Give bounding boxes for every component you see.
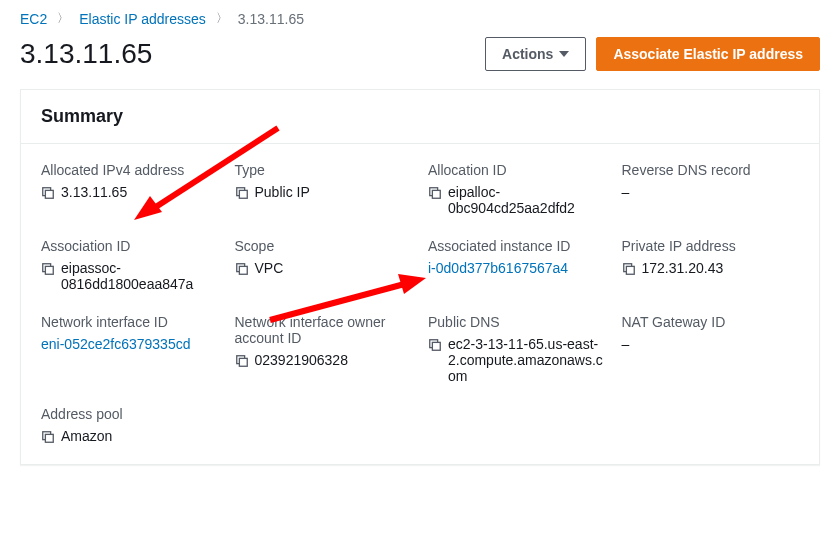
copy-icon[interactable] xyxy=(41,262,55,276)
field-value: 023921906328 xyxy=(255,352,348,368)
summary-heading: Summary xyxy=(21,90,819,135)
copy-icon[interactable] xyxy=(622,262,636,276)
copy-icon[interactable] xyxy=(235,186,249,200)
copy-icon[interactable] xyxy=(235,262,249,276)
field-label: Allocated IPv4 address xyxy=(41,162,219,178)
field-label: Private IP address xyxy=(622,238,800,254)
actions-button[interactable]: Actions xyxy=(485,37,586,71)
breadcrumb-current: 3.13.11.65 xyxy=(238,11,304,27)
copy-icon[interactable] xyxy=(235,354,249,368)
field-label: NAT Gateway ID xyxy=(622,314,800,330)
field-eni: Network interface ID eni-052ce2fc6379335… xyxy=(41,314,219,384)
page-title: 3.13.11.65 xyxy=(20,38,152,70)
svg-rect-3 xyxy=(239,190,247,198)
svg-rect-17 xyxy=(45,434,53,442)
field-association-id: Association ID eipassoc-0816dd1800eaa847… xyxy=(41,238,219,292)
copy-icon[interactable] xyxy=(428,338,442,352)
field-label: Associated instance ID xyxy=(428,238,606,254)
field-label: Allocation ID xyxy=(428,162,606,178)
field-value: – xyxy=(622,336,630,352)
field-value: Public IP xyxy=(255,184,310,200)
svg-rect-13 xyxy=(239,358,247,366)
field-private-ip: Private IP address 172.31.20.43 xyxy=(622,238,800,292)
svg-rect-15 xyxy=(432,342,440,350)
field-label: Public DNS xyxy=(428,314,606,330)
svg-rect-5 xyxy=(432,190,440,198)
field-value: Amazon xyxy=(61,428,112,444)
svg-rect-9 xyxy=(239,266,247,274)
field-value: 172.31.20.43 xyxy=(642,260,724,276)
field-label: Reverse DNS record xyxy=(622,162,800,178)
field-value: eipassoc-0816dd1800eaa847a xyxy=(61,260,219,292)
copy-icon[interactable] xyxy=(41,186,55,200)
field-address-pool: Address pool Amazon xyxy=(41,406,219,444)
field-value: – xyxy=(622,184,630,200)
copy-icon[interactable] xyxy=(41,430,55,444)
field-type: Type Public IP xyxy=(235,162,413,216)
breadcrumb: EC2 〉 Elastic IP addresses 〉 3.13.11.65 xyxy=(0,0,840,33)
svg-rect-1 xyxy=(45,190,53,198)
field-label: Network interface owner account ID xyxy=(235,314,413,346)
field-allocation-id: Allocation ID eipalloc-0bc904cd25aa2dfd2 xyxy=(428,162,606,216)
summary-panel: Summary Allocated IPv4 address 3.13.11.6… xyxy=(20,89,820,465)
svg-rect-11 xyxy=(626,266,634,274)
field-label: Association ID xyxy=(41,238,219,254)
breadcrumb-section[interactable]: Elastic IP addresses xyxy=(79,11,206,27)
svg-rect-7 xyxy=(45,266,53,274)
field-label: Address pool xyxy=(41,406,219,422)
breadcrumb-root[interactable]: EC2 xyxy=(20,11,47,27)
field-value: 3.13.11.65 xyxy=(61,184,127,200)
associate-button[interactable]: Associate Elastic IP address xyxy=(596,37,820,71)
field-scope: Scope VPC xyxy=(235,238,413,292)
field-associated-instance-id: Associated instance ID i-0d0d377b6167567… xyxy=(428,238,606,292)
copy-icon[interactable] xyxy=(428,186,442,200)
field-label: Type xyxy=(235,162,413,178)
summary-grid: Allocated IPv4 address 3.13.11.65 Type P… xyxy=(21,144,819,464)
field-nat-gateway: NAT Gateway ID – xyxy=(622,314,800,384)
actions-button-label: Actions xyxy=(502,46,553,62)
field-reverse-dns: Reverse DNS record – xyxy=(622,162,800,216)
field-value: ec2-3-13-11-65.us-east-2.compute.amazona… xyxy=(448,336,606,384)
field-public-dns: Public DNS ec2-3-13-11-65.us-east-2.comp… xyxy=(428,314,606,384)
field-allocated-ipv4: Allocated IPv4 address 3.13.11.65 xyxy=(41,162,219,216)
caret-down-icon xyxy=(559,51,569,57)
chevron-right-icon: 〉 xyxy=(57,10,69,27)
eni-link[interactable]: eni-052ce2fc6379335cd xyxy=(41,336,190,352)
chevron-right-icon: 〉 xyxy=(216,10,228,27)
field-value: eipalloc-0bc904cd25aa2dfd2 xyxy=(448,184,606,216)
field-eni-owner: Network interface owner account ID 02392… xyxy=(235,314,413,384)
field-value: VPC xyxy=(255,260,284,276)
field-label: Scope xyxy=(235,238,413,254)
associated-instance-link[interactable]: i-0d0d377b6167567a4 xyxy=(428,260,568,276)
field-label: Network interface ID xyxy=(41,314,219,330)
